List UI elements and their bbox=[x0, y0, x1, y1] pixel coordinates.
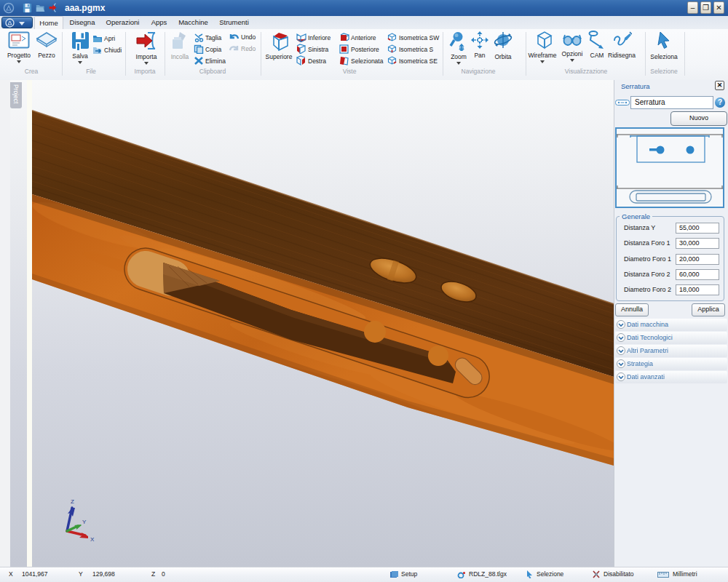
svg-text:Y: Y bbox=[82, 519, 87, 525]
svg-text:Z: Z bbox=[71, 498, 74, 505]
svg-text:X: X bbox=[90, 536, 95, 543]
